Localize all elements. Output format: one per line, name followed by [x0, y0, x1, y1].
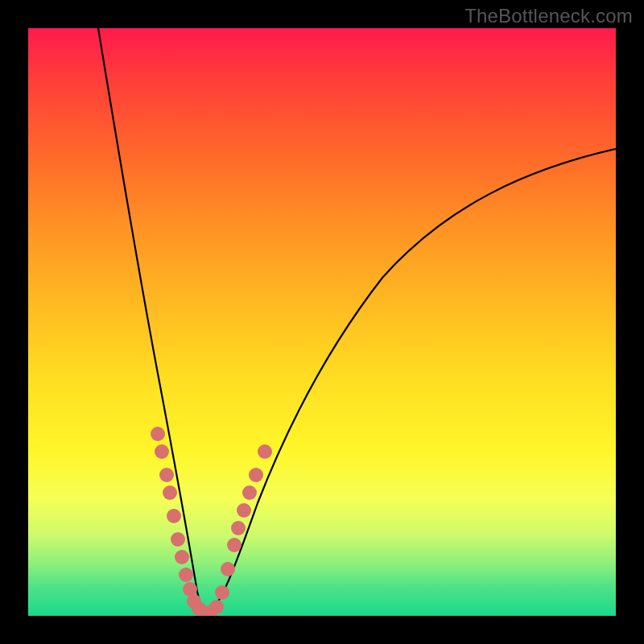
- plot-area: [28, 28, 616, 616]
- marker-dot: [151, 427, 165, 441]
- chart-stage: TheBottleneck.com: [0, 0, 644, 644]
- marker-dot: [179, 568, 193, 582]
- curve-layer: [28, 28, 616, 616]
- marker-dot: [242, 485, 257, 500]
- watermark-text: TheBottleneck.com: [464, 5, 633, 27]
- left-branch-path: [98, 28, 207, 615]
- marker-dot: [171, 532, 185, 547]
- marker-dot: [209, 600, 224, 614]
- marker-dot: [163, 485, 177, 500]
- marker-dot: [249, 468, 263, 482]
- marker-dot: [258, 444, 272, 459]
- marker-dot: [237, 503, 251, 518]
- marker-dot: [167, 509, 181, 523]
- marker-dot: [155, 444, 169, 459]
- marker-dot: [231, 521, 246, 535]
- marker-dot: [175, 550, 189, 564]
- marker-dot: [215, 585, 229, 600]
- marker-dot: [227, 538, 242, 552]
- marker-group: [151, 427, 272, 616]
- marker-dot: [159, 468, 174, 482]
- right-branch-path: [207, 149, 616, 615]
- marker-dot: [221, 562, 235, 576]
